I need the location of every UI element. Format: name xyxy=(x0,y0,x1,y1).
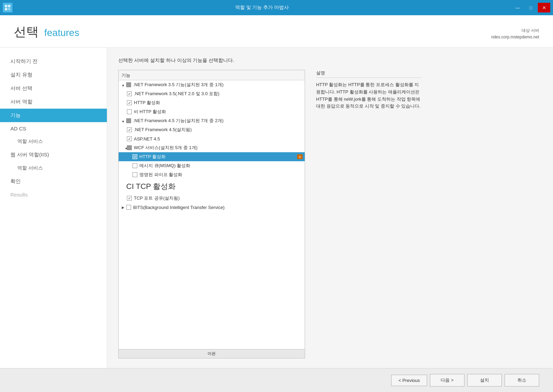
page-main-title: 선택 xyxy=(14,24,39,40)
body: 시작하기 전 설치 유형 서버 선택 서버 역할 기능 AD CS 역할 서비스… xyxy=(0,48,553,368)
svg-rect-0 xyxy=(5,5,7,7)
feature-list[interactable]: ▲ .NET Framework 3.5 기능(설치된 3개 중 1개) ✓ .… xyxy=(119,80,305,349)
sidebar-item-ad-cs[interactable]: AD CS xyxy=(0,122,107,135)
expand-msmq-icon xyxy=(121,163,132,168)
sidebar-item-web-server[interactable]: 웹 서버 역할(IIS) xyxy=(0,148,107,162)
expand-net35-icon xyxy=(121,91,126,96)
sidebar-item-install-type[interactable]: 설치 유형 xyxy=(0,68,107,82)
feature-msmq[interactable]: 메시지 큐(MSMQ) 활성화 xyxy=(119,161,305,170)
window-title: 역할 및 기능 추가 마법사 xyxy=(12,4,511,11)
main-content: 선택 features 대상 서버 ndes.corp.mstepdemo.ne… xyxy=(0,15,553,368)
description-text: HTTP 활성화는 HTTP를 통한 프로세스 활성화를 지원합니다. HTTP… xyxy=(316,81,421,110)
feature-wcf-http[interactable]: ✓ HTTP 활성화 n xyxy=(119,152,305,161)
checkbox-net35[interactable]: ✓ xyxy=(127,91,132,96)
expand-net35-icon: ▲ xyxy=(121,82,126,87)
expand-bits-icon: ▶ xyxy=(121,205,126,210)
checkbox-net35-group[interactable] xyxy=(126,82,131,87)
feature-net35-group[interactable]: ▲ .NET Framework 3.5 기능(설치된 3개 중 1개) xyxy=(119,80,305,89)
feature-tcp-label: CI TCP 활성화 xyxy=(126,181,176,192)
sidebar-item-server-select[interactable]: 서버 선택 xyxy=(0,82,107,95)
feature-http-label: HTTP 활성화 xyxy=(134,100,303,106)
server-info: 대상 서버 ndes.corp.mstepdemo.net xyxy=(491,27,539,40)
content-body: 기능 ▲ .NET Framework 3.5 기능(설치된 3개 중 1개) … xyxy=(118,70,542,358)
feature-wcf-group-label: WCF 서비스(설치된 5개 중 1개) xyxy=(134,145,303,151)
feature-bits[interactable]: ▶ BITS(Background Intelligent Transfer S… xyxy=(119,203,305,212)
checkbox-nonhttp[interactable] xyxy=(127,109,132,114)
cancel-button[interactable]: 취소 xyxy=(505,374,539,386)
checkbox-http[interactable]: ✓ xyxy=(127,100,132,105)
feature-panel: 기능 ▲ .NET Framework 3.5 기능(설치된 3개 중 1개) … xyxy=(118,70,305,358)
feature-nonhttp-label: 비 HTTP 활성화 xyxy=(134,109,303,115)
sidebar-item-role-services[interactable]: 역할 서비스 xyxy=(0,135,107,148)
description-label: 설명 xyxy=(316,70,421,78)
feature-aspnet-label: ASP.NET 4.5 xyxy=(134,136,303,142)
checkbox-named-pipe[interactable] xyxy=(132,172,137,177)
feature-http-activation[interactable]: ✓ HTTP 활성화 xyxy=(119,98,305,107)
sidebar-item-role-services2[interactable]: 역할 서비스 xyxy=(0,162,107,175)
feature-wcf-http-label: HTTP 활성화 xyxy=(139,154,296,160)
server-name: ndes.corp.mstepdemo.net xyxy=(491,34,539,40)
svg-rect-1 xyxy=(8,5,10,7)
feature-tcp-group[interactable]: CI TCP 활성화 xyxy=(119,179,305,194)
expand-tcp-port-icon xyxy=(121,196,126,201)
feature-non-http[interactable]: 비 HTTP 활성화 xyxy=(119,107,305,116)
feature-msmq-label: 메시지 큐(MSMQ) 활성화 xyxy=(139,163,303,169)
close-button[interactable]: ✕ xyxy=(538,3,550,12)
server-label: 대상 서버 xyxy=(491,27,539,34)
svg-rect-2 xyxy=(5,8,7,10)
page-sub-title: features xyxy=(44,27,79,38)
window-controls: — □ ✕ xyxy=(511,3,550,12)
feature-named-pipe[interactable]: 명명된 파이프 활성화 xyxy=(119,170,305,179)
expand-aspnet-icon xyxy=(121,136,126,141)
feature-bottom-bar: 아픈 xyxy=(119,349,305,358)
content-area: 선택한 서버에 설치할 하나 이상의 기능을 선택합니다. 기능 ▲ .NET … xyxy=(107,48,553,368)
checkbox-aspnet[interactable]: ✓ xyxy=(127,136,132,141)
minimize-button[interactable]: — xyxy=(511,3,524,12)
feature-bits-label: BITS(Background Intelligent Transfer Ser… xyxy=(133,205,303,210)
checkbox-wcf-http[interactable]: ✓ xyxy=(132,154,137,159)
feature-net45[interactable]: ✓ .NET Framework 4.5(설치됨) xyxy=(119,125,305,134)
expand-http-icon xyxy=(121,100,126,105)
checkbox-msmq[interactable] xyxy=(132,163,137,168)
next-button[interactable]: 다음 > xyxy=(430,374,464,386)
page-header: 선택 features 대상 서버 ndes.corp.mstepdemo.ne… xyxy=(0,15,553,48)
feature-net35[interactable]: ✓ .NET Framework 3.5(.NET 2.0 및 3.0 포함) xyxy=(119,89,305,98)
sidebar-item-features[interactable]: 기능 xyxy=(0,109,107,122)
app-icon xyxy=(3,3,12,12)
sidebar: 시작하기 전 설치 유형 서버 선택 서버 역할 기능 AD CS 역할 서비스… xyxy=(0,48,107,368)
expand-wcf-http-icon xyxy=(121,154,132,159)
feature-tcp-port-label: TCP 포트 공유(설치됨) xyxy=(134,195,303,201)
badge-n: n xyxy=(297,154,303,159)
sidebar-item-server-role[interactable]: 서버 역할 xyxy=(0,95,107,109)
checkbox-net45[interactable]: ✓ xyxy=(127,127,132,132)
footer: < Previous 다음 > 설치 취소 xyxy=(0,368,553,392)
install-button[interactable]: 설치 xyxy=(467,374,502,386)
feature-tcp-port[interactable]: ✓ TCP 포트 공유(설치됨) xyxy=(119,194,305,203)
expand-wcf-icon: ▲ xyxy=(121,145,126,150)
expand-nonhttp-icon xyxy=(121,109,126,114)
feature-list-label: 기능 xyxy=(119,70,305,80)
sidebar-item-before-start[interactable]: 시작하기 전 xyxy=(0,55,107,68)
feature-net45-label: .NET Framework 4.5(설치됨) xyxy=(134,127,303,133)
feature-wcf-group[interactable]: ▲ WCF 서비스(설치된 5개 중 1개) xyxy=(119,143,305,152)
expand-named-pipe-icon xyxy=(121,172,132,177)
feature-aspnet45[interactable]: ✓ ASP.NET 4.5 xyxy=(119,134,305,143)
expand-net45-icon: ▲ xyxy=(121,118,126,123)
titlebar: 역할 및 기능 추가 마법사 — □ ✕ xyxy=(0,0,553,15)
feature-named-pipe-label: 명명된 파이프 활성화 xyxy=(139,172,303,178)
checkbox-wcf-group[interactable] xyxy=(127,145,132,150)
checkbox-net45-group[interactable] xyxy=(126,118,131,123)
expand-net45-item-icon xyxy=(121,127,126,132)
svg-rect-3 xyxy=(8,8,10,10)
checkbox-tcp-port[interactable]: ✓ xyxy=(127,196,132,201)
previous-button[interactable]: < Previous xyxy=(391,375,427,386)
checkbox-bits[interactable] xyxy=(126,205,131,210)
maximize-button[interactable]: □ xyxy=(525,3,537,12)
feature-net45-group[interactable]: ▲ .NET Framework 4.5 기능(설치된 7개 중 2개) xyxy=(119,116,305,125)
sidebar-item-results[interactable]: Results xyxy=(0,188,107,201)
page-description: 선택한 서버에 설치할 하나 이상의 기능을 선택합니다. xyxy=(118,57,542,64)
feature-net35-label: .NET Framework 3.5(.NET 2.0 및 3.0 포함) xyxy=(134,91,303,97)
expand-tcp-icon xyxy=(121,184,126,189)
header-left: 선택 features xyxy=(14,24,79,40)
sidebar-item-confirm[interactable]: 확인 xyxy=(0,175,107,188)
